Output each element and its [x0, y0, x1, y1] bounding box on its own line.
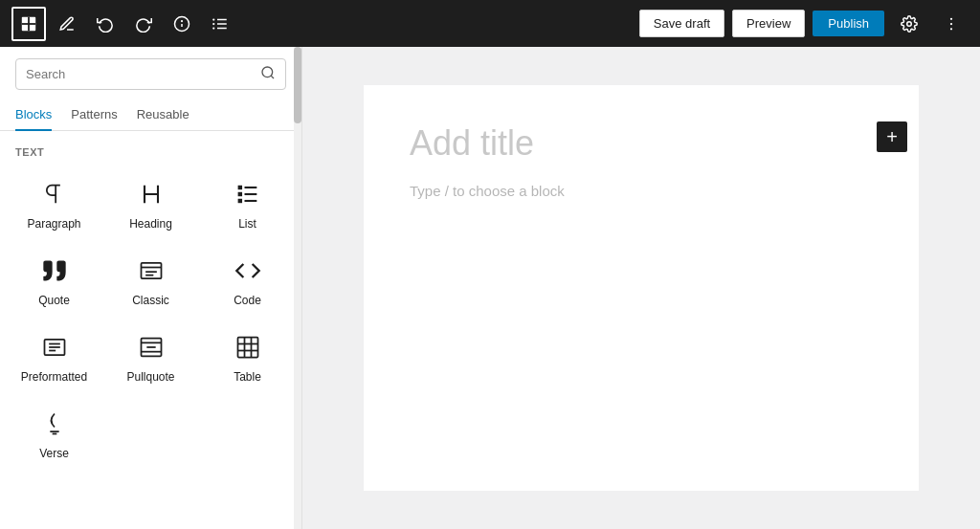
list-icon	[231, 177, 265, 211]
svg-rect-22	[238, 200, 240, 202]
pullquote-icon	[134, 330, 168, 364]
block-item-preformatted[interactable]: Preformatted	[8, 319, 100, 391]
svg-point-15	[950, 28, 952, 30]
pullquote-label: Pullquote	[126, 370, 174, 384]
block-placeholder[interactable]: Type / to choose a block	[410, 183, 873, 199]
heading-icon	[134, 177, 168, 211]
svg-rect-23	[141, 263, 161, 278]
toolbar-left	[11, 7, 635, 41]
blocks-grid: Paragraph Heading	[8, 165, 294, 468]
block-item-heading[interactable]: Heading	[104, 165, 197, 238]
block-item-quote[interactable]: Quote	[8, 242, 100, 315]
classic-label: Classic	[132, 294, 169, 307]
preformatted-label: Preformatted	[21, 370, 87, 384]
save-draft-button[interactable]: Save draft	[639, 10, 724, 37]
editor-content: Add title Type / to choose a block +	[364, 85, 919, 491]
table-label: Table	[234, 370, 261, 384]
block-item-classic[interactable]: Classic	[104, 242, 197, 315]
options-button[interactable]	[934, 7, 969, 41]
code-label: Code	[234, 294, 261, 307]
top-toolbar: Save draft Preview Publish	[0, 0, 980, 47]
svg-point-13	[950, 17, 952, 19]
heading-label: Heading	[129, 217, 172, 231]
scrollbar-thumb[interactable]	[294, 47, 301, 123]
main-layout: Blocks Patterns Reusable TEXT Paragraph	[0, 47, 980, 529]
tab-patterns[interactable]: Patterns	[71, 99, 117, 131]
info-button[interactable]	[165, 7, 199, 41]
editor-area: Add title Type / to choose a block +	[302, 47, 980, 529]
undo-button[interactable]	[88, 7, 122, 41]
wp-logo-button[interactable]	[11, 7, 46, 41]
quote-label: Quote	[38, 294, 70, 307]
code-icon	[231, 253, 265, 288]
table-icon	[231, 330, 265, 364]
svg-point-14	[950, 22, 952, 24]
redo-button[interactable]	[126, 7, 161, 41]
tab-blocks[interactable]: Blocks	[15, 99, 52, 131]
sidebar-tabs: Blocks Patterns Reusable	[0, 99, 301, 131]
text-section-label: TEXT	[8, 143, 294, 165]
list-view-button[interactable]	[203, 7, 237, 41]
sidebar-content: TEXT Paragraph	[0, 131, 301, 529]
svg-rect-20	[238, 187, 240, 188]
svg-rect-21	[238, 193, 240, 195]
list-label: List	[238, 217, 256, 231]
sidebar: Blocks Patterns Reusable TEXT Paragraph	[0, 47, 302, 529]
pencil-tool-button[interactable]	[50, 7, 84, 41]
tab-reusable[interactable]: Reusable	[137, 99, 189, 131]
block-item-verse[interactable]: Verse	[8, 395, 100, 468]
block-item-code[interactable]: Code	[201, 242, 294, 315]
paragraph-label: Paragraph	[27, 217, 80, 231]
svg-rect-35	[237, 338, 257, 358]
title-field[interactable]: Add title	[410, 123, 873, 164]
scrollbar-track[interactable]	[294, 47, 301, 529]
block-item-table[interactable]: Table	[201, 319, 294, 391]
preformatted-icon	[37, 330, 72, 364]
svg-point-12	[907, 21, 912, 26]
classic-icon	[134, 253, 168, 288]
settings-button[interactable]	[892, 7, 926, 41]
block-item-pullquote[interactable]: Pullquote	[104, 319, 197, 391]
quote-icon	[37, 253, 72, 288]
block-item-list[interactable]: List	[201, 165, 294, 238]
verse-label: Verse	[39, 447, 69, 460]
search-icon	[260, 65, 276, 83]
toolbar-right: Save draft Preview Publish	[639, 7, 969, 41]
sidebar-search-area	[0, 47, 301, 90]
preview-button[interactable]: Preview	[732, 10, 805, 37]
search-box[interactable]	[15, 58, 286, 90]
verse-icon	[37, 407, 72, 441]
publish-button[interactable]: Publish	[813, 11, 884, 36]
block-item-paragraph[interactable]: Paragraph	[8, 165, 100, 238]
search-input[interactable]	[26, 67, 255, 81]
svg-point-16	[262, 67, 273, 77]
paragraph-icon	[37, 177, 72, 211]
add-block-button[interactable]: +	[877, 121, 907, 152]
